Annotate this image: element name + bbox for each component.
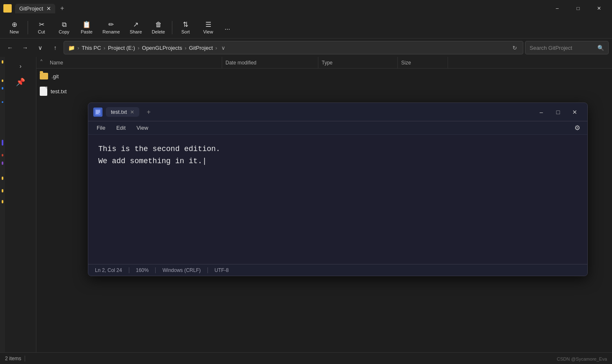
notepad-minimize[interactable]: –: [534, 106, 549, 118]
share-label: Share: [130, 29, 142, 34]
watermark: CSDN @Sycamore_Eva: [557, 356, 607, 361]
np-status-sep-2: [155, 267, 156, 273]
col-header-name[interactable]: Name: [46, 57, 222, 68]
sort-button[interactable]: ⇅ Sort: [175, 18, 197, 37]
np-status-sep-1: [129, 267, 129, 273]
path-opengl: OpenGLProjects: [142, 45, 182, 51]
content-line2: We add something in it.: [98, 157, 207, 165]
notepad-tab-close[interactable]: ✕: [130, 109, 134, 115]
notepad-tab-label: test.txt: [111, 109, 127, 115]
share-icon: ↗: [133, 21, 138, 28]
view-icon: ☰: [205, 21, 211, 28]
share-button[interactable]: ↗ Share: [125, 18, 147, 37]
file-name-git: .git: [36, 69, 212, 84]
sort-arrow[interactable]: ˄: [36, 59, 46, 67]
sort-icon: ⇅: [183, 21, 188, 28]
sidebar-pinned[interactable]: 📌: [8, 74, 33, 90]
encoding: UTF-8: [215, 267, 229, 273]
svg-rect-3: [96, 113, 99, 114]
col-header-size[interactable]: Size: [398, 57, 448, 68]
new-label: New: [10, 29, 19, 34]
new-tab-button[interactable]: +: [57, 5, 67, 12]
sidebar-indicator-6: [2, 154, 3, 156]
window-controls: – □ ✕: [548, 2, 609, 15]
close-button[interactable]: ✕: [589, 2, 609, 15]
sidebar: › 📌: [5, 57, 36, 352]
sidebar-indicator-8: [2, 177, 3, 180]
toolbar-separator-1: [28, 21, 28, 34]
notepad-maximize[interactable]: □: [551, 106, 566, 118]
menu-edit[interactable]: Edit: [111, 123, 131, 133]
sidebar-expand[interactable]: ›: [8, 59, 33, 74]
back-button[interactable]: ←: [3, 41, 17, 54]
forward-button[interactable]: →: [18, 41, 32, 54]
table-row[interactable]: test.txt: [36, 84, 612, 99]
svg-rect-1: [96, 110, 100, 111]
notepad-app-icon: [93, 108, 102, 117]
new-button[interactable]: ⊕ New: [3, 18, 25, 37]
np-status-sep-3: [207, 267, 208, 273]
notepad-add-tab[interactable]: +: [143, 106, 154, 118]
toolbar: ⊕ New ✂ Cut ⧉ Copy 📋 Paste ✏ Rename ↗ Sh…: [0, 17, 612, 38]
search-box[interactable]: Search GitProject 🔍: [525, 41, 609, 54]
col-header-type[interactable]: Type: [318, 57, 398, 68]
address-dropdown[interactable]: ∨: [220, 45, 227, 51]
delete-label: Delete: [152, 29, 165, 34]
folder-icon: [3, 4, 12, 13]
settings-button[interactable]: ⚙: [571, 122, 584, 134]
file-size-git: [388, 69, 438, 84]
delete-icon: 🗑: [155, 21, 162, 28]
txt-file-icon: [40, 87, 47, 96]
minimize-button[interactable]: –: [548, 2, 567, 15]
paste-button[interactable]: 📋 Paste: [76, 18, 97, 37]
sidebar-indicator-1: [2, 60, 3, 64]
menu-file[interactable]: File: [92, 123, 110, 133]
view-button[interactable]: ☰ View: [197, 18, 219, 37]
folder-icon-git: [40, 73, 48, 79]
up-button[interactable]: ↑: [49, 41, 62, 54]
address-refresh[interactable]: ↻: [511, 45, 519, 51]
file-date-git: [212, 69, 308, 84]
sidebar-indicator-7: [2, 161, 3, 165]
path-gitproject: GitProject: [189, 45, 213, 51]
table-row[interactable]: .git: [36, 69, 612, 84]
notepad-tab[interactable]: test.txt ✕: [106, 107, 139, 117]
col-header-date[interactable]: Date modified: [222, 57, 318, 68]
svg-rect-2: [96, 112, 100, 113]
new-icon: ⊕: [12, 21, 17, 28]
explorer-tab[interactable]: GitProject ✕: [15, 4, 55, 13]
address-path[interactable]: 📁 › This PC › Project (E:) › OpenGLProje…: [64, 41, 523, 54]
notepad-editor[interactable]: This is the second edition. We add somet…: [88, 135, 587, 264]
notepad-statusbar: Ln 2, Col 24 160% Windows (CRLF) UTF-8: [88, 264, 587, 276]
status-separator: [25, 356, 25, 361]
sidebar-panel: [0, 57, 5, 352]
notepad-window: test.txt ✕ + – □ ✕ File Edit View ⚙ This…: [88, 103, 588, 276]
paste-label: Paste: [81, 29, 92, 34]
sidebar-indicator-10: [2, 200, 3, 203]
status-items: 2 items: [5, 356, 21, 361]
rename-button[interactable]: ✏ Rename: [98, 18, 124, 37]
title-bar: GitProject ✕ + – □ ✕: [0, 0, 612, 17]
notepad-close[interactable]: ✕: [567, 106, 582, 118]
path-project: Project (E:): [108, 45, 135, 51]
cut-button[interactable]: ✂ Cut: [31, 18, 52, 37]
line-ending: Windows (CRLF): [162, 267, 200, 273]
copy-button[interactable]: ⧉ Copy: [53, 18, 75, 37]
sidebar-indicator-5: [2, 140, 3, 146]
more-button[interactable]: ...: [220, 18, 235, 37]
file-date-txt: [212, 84, 308, 99]
zoom-level: 160%: [136, 267, 149, 273]
rename-label: Rename: [102, 29, 120, 34]
address-bar: ← → ∨ ↑ 📁 › This PC › Project (E:) › Ope…: [0, 38, 612, 57]
paste-icon: 📋: [82, 21, 91, 28]
copy-label: Copy: [59, 29, 69, 34]
view-label: View: [203, 29, 213, 34]
maximize-button[interactable]: □: [568, 2, 588, 15]
recent-button[interactable]: ∨: [33, 41, 47, 54]
menu-view[interactable]: View: [131, 123, 153, 133]
rename-icon: ✏: [108, 21, 114, 28]
search-icon: 🔍: [597, 45, 604, 51]
delete-button[interactable]: 🗑 Delete: [148, 18, 169, 37]
path-folder-icon: 📁: [68, 45, 75, 51]
explorer-tab-close[interactable]: ✕: [46, 5, 51, 12]
